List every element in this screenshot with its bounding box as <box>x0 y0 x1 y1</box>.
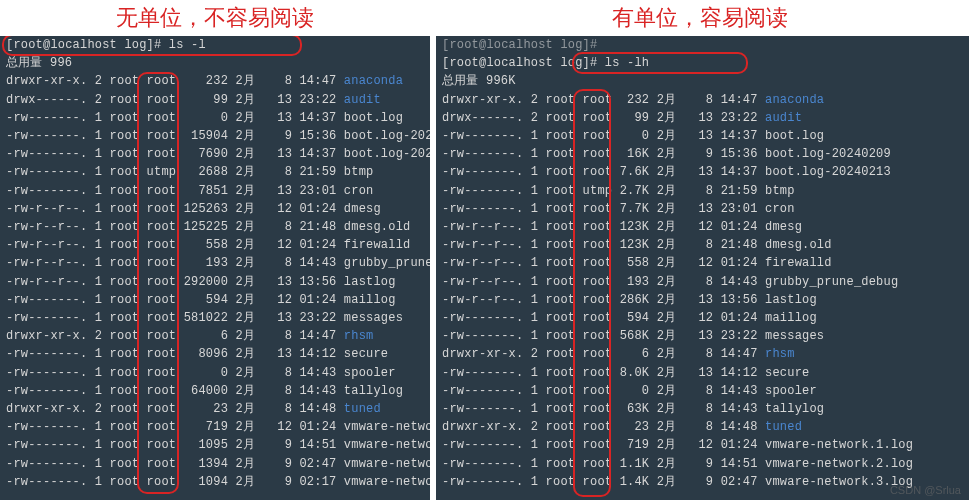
list-row: drwxr-xr-x. 2 root root 23 2月 8 14:48 tu… <box>0 400 430 418</box>
list-row: -rw-r--r--. 1 root root 193 2月 8 14:43 g… <box>0 254 430 272</box>
list-row: drwx------. 2 root root 99 2月 13 23:22 a… <box>436 109 969 127</box>
file-name: secure <box>344 347 388 361</box>
file-name: vmware-network.4.log <box>344 475 430 489</box>
file-name: tallylog <box>344 384 403 398</box>
file-name: boot.log <box>765 129 824 143</box>
list-row: -rw-------. 1 root root 7.7K 2月 13 23:01… <box>436 200 969 218</box>
terminal-right[interactable]: [root@localhost log]# [root@localhost lo… <box>436 36 969 500</box>
list-row: -rw-r--r--. 1 root root 292000 2月 13 13:… <box>0 273 430 291</box>
total-line-right: 总用量 996K <box>436 72 969 90</box>
terminal-left[interactable]: [root@localhost log]# ls -l 总用量 996 drwx… <box>0 36 430 500</box>
file-name: messages <box>765 329 824 343</box>
file-name: vmware-network.1.log <box>344 420 430 434</box>
prompt-line-left[interactable]: [root@localhost log]# ls -l <box>0 36 430 54</box>
list-row: -rw-------. 1 root root 8.0K 2月 13 14:12… <box>436 364 969 382</box>
list-row: -rw-------. 1 root root 719 2月 12 01:24 … <box>0 418 430 436</box>
watermark: CSDN @Srlua <box>890 484 961 496</box>
file-name: grubby_prune_debug <box>344 256 430 270</box>
list-row: drwxr-xr-x. 2 root root 232 2月 8 14:47 a… <box>436 91 969 109</box>
file-name: tuned <box>765 420 802 434</box>
list-row: -rw-------. 1 root root 594 2月 12 01:24 … <box>0 291 430 309</box>
file-name: boot.log <box>344 111 403 125</box>
file-name: dmesg.old <box>344 220 411 234</box>
list-row: drwxr-xr-x. 2 root root 232 2月 8 14:47 a… <box>0 72 430 90</box>
file-name: lastlog <box>765 293 817 307</box>
file-name: boot.log-20240209 <box>344 129 430 143</box>
list-row: -rw-------. 1 root root 15904 2月 9 15:36… <box>0 127 430 145</box>
file-name: audit <box>344 93 381 107</box>
list-row: -rw-------. 1 root root 594 2月 12 01:24 … <box>436 309 969 327</box>
list-row: -rw-------. 1 root root 0 2月 13 14:37 bo… <box>0 109 430 127</box>
file-name: spooler <box>344 366 396 380</box>
file-name: firewalld <box>765 256 832 270</box>
prompt-text: [root@localhost log]# <box>6 38 169 52</box>
file-name: firewalld <box>344 238 411 252</box>
command-text: ls -l <box>169 38 206 52</box>
file-name: boot.log-20240213 <box>765 165 891 179</box>
list-row: drwxr-xr-x. 2 root root 6 2月 8 14:47 rhs… <box>0 327 430 345</box>
listing-right: drwxr-xr-x. 2 root root 232 2月 8 14:47 a… <box>436 91 969 491</box>
list-row: -rw-r--r--. 1 root root 123K 2月 8 21:48 … <box>436 236 969 254</box>
file-name: maillog <box>765 311 817 325</box>
list-row: drwxr-xr-x. 2 root root 6 2月 8 14:47 rhs… <box>436 345 969 363</box>
file-name: boot.log-20240209 <box>765 147 891 161</box>
file-name: boot.log-20240213 <box>344 147 430 161</box>
file-name: btmp <box>765 184 795 198</box>
file-name: rhsm <box>344 329 374 343</box>
list-row: -rw-------. 1 root root 581022 2月 13 23:… <box>0 309 430 327</box>
list-row: -rw-------. 1 root root 7.6K 2月 13 14:37… <box>436 163 969 181</box>
prompt-text: [root@localhost log]# <box>442 56 605 70</box>
file-name: anaconda <box>765 93 824 107</box>
file-name: vmware-network.2.log <box>765 457 913 471</box>
file-name: rhsm <box>765 347 795 361</box>
file-name: dmesg <box>344 202 381 216</box>
list-row: -rw-r--r--. 1 root root 125225 2月 8 21:4… <box>0 218 430 236</box>
list-row: -rw-------. 1 root root 7690 2月 13 14:37… <box>0 145 430 163</box>
list-row: -rw-------. 1 root root 7851 2月 13 23:01… <box>0 182 430 200</box>
file-name: secure <box>765 366 809 380</box>
list-row: -rw-------. 1 root root 63K 2月 8 14:43 t… <box>436 400 969 418</box>
list-row: -rw-------. 1 root root 568K 2月 13 23:22… <box>436 327 969 345</box>
heading-left: 无单位，不容易阅读 <box>0 0 430 36</box>
file-name: vmware-network.2.log <box>344 438 430 452</box>
list-row: drwx------. 2 root root 99 2月 13 23:22 a… <box>0 91 430 109</box>
file-name: tuned <box>344 402 381 416</box>
list-row: -rw-------. 1 root root 0 2月 8 14:43 spo… <box>0 364 430 382</box>
list-row: -rw-r--r--. 1 root root 558 2月 12 01:24 … <box>436 254 969 272</box>
list-row: -rw-------. 1 root root 1.1K 2月 9 14:51 … <box>436 455 969 473</box>
trunc-line-right: [root@localhost log]# <box>436 36 969 54</box>
list-row: -rw-------. 1 root root 1094 2月 9 02:17 … <box>0 473 430 491</box>
list-row: -rw-------. 1 root root 1394 2月 9 02:47 … <box>0 455 430 473</box>
file-name: spooler <box>765 384 817 398</box>
file-name: cron <box>765 202 795 216</box>
file-name: btmp <box>344 165 374 179</box>
list-row: -rw-------. 1 root root 0 2月 8 14:43 spo… <box>436 382 969 400</box>
compare-panes: [root@localhost log]# ls -l 总用量 996 drwx… <box>0 36 969 500</box>
file-name: messages <box>344 311 403 325</box>
list-row: -rw-------. 1 root root 64000 2月 8 14:43… <box>0 382 430 400</box>
heading-right: 有单位，容易阅读 <box>430 0 969 36</box>
list-row: -rw-r--r--. 1 root root 558 2月 12 01:24 … <box>0 236 430 254</box>
file-name: dmesg.old <box>765 238 832 252</box>
file-name: cron <box>344 184 374 198</box>
list-row: -rw-r--r--. 1 root root 123K 2月 12 01:24… <box>436 218 969 236</box>
list-row: -rw-------. 1 root root 0 2月 13 14:37 bo… <box>436 127 969 145</box>
list-row: drwxr-xr-x. 2 root root 23 2月 8 14:48 tu… <box>436 418 969 436</box>
list-row: -rw-------. 1 root utmp 2.7K 2月 8 21:59 … <box>436 182 969 200</box>
file-name: anaconda <box>344 74 403 88</box>
file-name: maillog <box>344 293 396 307</box>
file-name: audit <box>765 111 802 125</box>
file-name: tallylog <box>765 402 824 416</box>
total-line-left: 总用量 996 <box>0 54 430 72</box>
command-text: ls -lh <box>605 56 649 70</box>
list-row: -rw-r--r--. 1 root root 193 2月 8 14:43 g… <box>436 273 969 291</box>
list-row: -rw-------. 1 root root 16K 2月 9 15:36 b… <box>436 145 969 163</box>
file-name: vmware-network.1.log <box>765 438 913 452</box>
list-row: -rw-------. 1 root root 1095 2月 9 14:51 … <box>0 436 430 454</box>
file-name: dmesg <box>765 220 802 234</box>
list-row: -rw-r--r--. 1 root root 125263 2月 12 01:… <box>0 200 430 218</box>
list-row: -rw-------. 1 root root 719 2月 12 01:24 … <box>436 436 969 454</box>
heading-row: 无单位，不容易阅读 有单位，容易阅读 <box>0 0 969 36</box>
prompt-line-right[interactable]: [root@localhost log]# ls -lh <box>436 54 969 72</box>
list-row: -rw-r--r--. 1 root root 286K 2月 13 13:56… <box>436 291 969 309</box>
